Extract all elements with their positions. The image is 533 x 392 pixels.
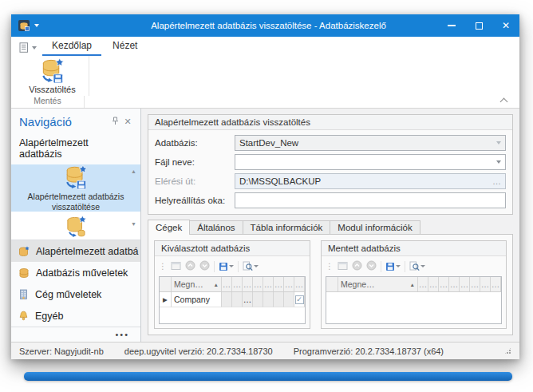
cell bbox=[284, 292, 294, 307]
column-header[interactable]: … bbox=[449, 277, 460, 291]
tab-altalanos[interactable]: Általános bbox=[189, 220, 243, 235]
column-header[interactable]: … bbox=[460, 277, 470, 291]
titlebar[interactable]: Alapértelmezett adatbázis visszatöltése … bbox=[11, 14, 519, 37]
maximize-button[interactable] bbox=[465, 14, 492, 37]
search-button[interactable] bbox=[409, 261, 425, 271]
database-combobox[interactable]: StartDev_New bbox=[235, 135, 506, 151]
ribbon-collapse-button[interactable] bbox=[501, 97, 508, 104]
column-header[interactable]: … bbox=[243, 277, 253, 291]
restore-button[interactable]: Visszatöltés bbox=[16, 56, 89, 96]
save-layout-button[interactable] bbox=[219, 262, 234, 271]
circle-up-icon bbox=[352, 260, 362, 271]
ribbon-caption-row: Mentés bbox=[11, 96, 519, 108]
nav-item-adatbazis-muveletek[interactable]: Adatbázis műveletek bbox=[11, 262, 140, 283]
database-restore-icon bbox=[63, 164, 89, 190]
nav-item-label: Alapértelmezett adatbá bbox=[36, 246, 139, 257]
browse-button[interactable]: … bbox=[492, 177, 501, 185]
column-header[interactable]: … bbox=[480, 277, 491, 291]
path-value: D:\MSSQLBACKUP bbox=[239, 176, 492, 186]
circle-up-icon bbox=[185, 260, 195, 271]
navigation-close-button[interactable]: ✕ bbox=[121, 117, 134, 127]
search-icon bbox=[409, 261, 420, 271]
column-header[interactable]: … bbox=[439, 277, 449, 291]
drag-handle-icon[interactable]: ⋮ bbox=[326, 262, 334, 271]
resize-grip[interactable] bbox=[504, 347, 511, 354]
quick-access-dropdown-icon[interactable] bbox=[34, 24, 39, 27]
move-down-button[interactable] bbox=[199, 259, 210, 274]
tab-page-cegek: Kiválasztott adatbázis ⋮ bbox=[148, 234, 513, 335]
grid-header-row: Megne…▲ … … … … … … … … bbox=[326, 277, 501, 292]
move-down-button[interactable] bbox=[366, 259, 377, 274]
name-column-header[interactable]: Megn…▲ bbox=[172, 277, 222, 291]
building-icon bbox=[18, 289, 29, 299]
column-header[interactable]: … bbox=[232, 277, 243, 291]
ribbon-tab-strip: Kezdőlap Nézet bbox=[11, 37, 519, 56]
scroll-up-icon[interactable]: ▲ bbox=[131, 168, 136, 174]
ribbon-group-caption: Mentés bbox=[11, 96, 85, 108]
nav-tile-restore-selected[interactable]: Alapértelmezett adatbázis visszatöltése … bbox=[11, 164, 140, 212]
column-header[interactable]: … bbox=[294, 277, 305, 291]
tab-tabla-informaciok[interactable]: Tábla információk bbox=[243, 220, 331, 235]
column-title: Megn… bbox=[174, 279, 203, 289]
close-button[interactable]: ✕ bbox=[492, 14, 519, 37]
save-layout-button[interactable] bbox=[385, 262, 401, 271]
chevron-down-icon bbox=[229, 265, 234, 267]
maximize-icon bbox=[476, 22, 483, 30]
column-header[interactable]: … bbox=[491, 277, 501, 291]
ribbon-tab-nezet[interactable]: Nézet bbox=[103, 38, 147, 56]
nav-tile-copy-database[interactable]: ▼ bbox=[11, 212, 140, 240]
column-header[interactable]: … bbox=[253, 277, 263, 291]
nav-item-label: Egyéb bbox=[35, 311, 63, 322]
app-menu-button[interactable] bbox=[19, 42, 41, 56]
restore-form-body: Adatbázis: StartDev_New Fájl neve: bbox=[148, 130, 512, 214]
drag-handle-icon[interactable]: ⋮ bbox=[159, 262, 167, 271]
column-header[interactable]: … bbox=[428, 277, 439, 291]
tab-cegek[interactable]: Cégek bbox=[148, 220, 190, 235]
minimize-button[interactable] bbox=[438, 14, 465, 37]
row-indicator-icon: ▶ bbox=[163, 296, 168, 303]
file-name-combobox[interactable] bbox=[235, 154, 506, 170]
selected-database-group: Kiválasztott adatbázis ⋮ bbox=[154, 240, 310, 329]
sort-asc-icon: ▲ bbox=[410, 282, 415, 287]
ribbon-tab-kezdolap[interactable]: Kezdőlap bbox=[42, 38, 101, 56]
open-form-button[interactable] bbox=[338, 259, 348, 274]
navigation-section-title: Alapértelmezett adatbázis bbox=[11, 132, 140, 164]
path-field[interactable]: D:\MSSQLBACKUP … bbox=[235, 173, 506, 189]
column-header[interactable]: … bbox=[470, 277, 480, 291]
nav-item-ceg-muveletek[interactable]: Cég műveletek bbox=[11, 283, 140, 305]
pin-button[interactable] bbox=[109, 117, 121, 127]
column-header[interactable]: … bbox=[284, 277, 294, 291]
column-header[interactable]: … bbox=[274, 277, 284, 291]
window-title: Alapértelmezett adatbázis visszatöltése … bbox=[99, 21, 438, 30]
restore-form-group: Alapértelmezett adatbázis visszatöltés A… bbox=[148, 114, 513, 215]
open-form-button[interactable] bbox=[171, 259, 181, 274]
database-star-icon bbox=[18, 246, 30, 257]
checkbox-checked-icon[interactable]: ✓ bbox=[295, 295, 304, 304]
column-header[interactable]: … bbox=[222, 277, 232, 291]
restore-reason-input[interactable] bbox=[239, 194, 501, 207]
database-value: StartDev_New bbox=[239, 138, 496, 148]
company-cell[interactable]: Company bbox=[172, 292, 222, 307]
nav-item-egyeb[interactable]: Egyéb bbox=[11, 305, 140, 327]
selected-database-grid: Megn…▲ … … … … … … … … ▶ bbox=[159, 276, 306, 324]
move-up-button[interactable] bbox=[185, 259, 195, 274]
tab-modul-informaciok[interactable]: Modul információk bbox=[330, 220, 420, 235]
table-row[interactable]: ▶ Company … ✓ bbox=[160, 292, 305, 307]
search-button[interactable] bbox=[243, 261, 259, 271]
name-column-header[interactable]: Megne…▲ bbox=[338, 277, 418, 291]
restore-reason-field[interactable] bbox=[235, 192, 506, 208]
database-copy-icon bbox=[64, 214, 88, 238]
move-up-button[interactable] bbox=[352, 259, 362, 274]
status-server: Szerver: Nagyjudit-nb bbox=[19, 346, 104, 356]
column-header[interactable]: … bbox=[418, 277, 428, 291]
scroll-down-icon[interactable]: ▼ bbox=[131, 221, 136, 227]
cell bbox=[232, 292, 243, 307]
window-controls: ✕ bbox=[438, 14, 519, 37]
nav-item-alapertelmezett[interactable]: Alapértelmezett adatbá bbox=[11, 240, 140, 262]
navigation-overflow-button[interactable]: ••• bbox=[11, 327, 140, 342]
cell-checkbox[interactable]: ✓ bbox=[294, 292, 305, 307]
chevron-down-icon bbox=[496, 141, 501, 145]
column-header[interactable]: … bbox=[263, 277, 274, 291]
selected-database-title: Kiválasztott adatbázis bbox=[155, 241, 310, 256]
cell-ellipsis[interactable]: … bbox=[243, 292, 253, 307]
